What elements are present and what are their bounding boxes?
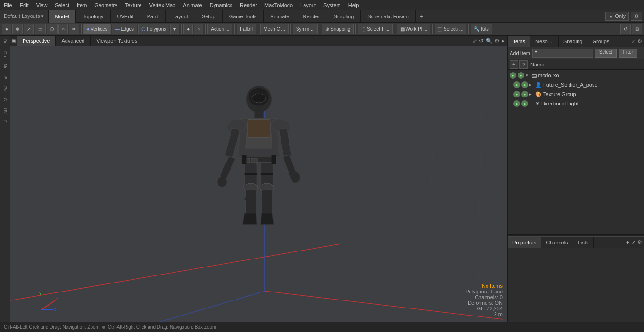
vp-tab-advanced[interactable]: Advanced — [56, 36, 91, 46]
item-eye-soldier[interactable]: ● — [513, 81, 520, 88]
kits-button[interactable]: 🔧 Kits — [471, 24, 492, 34]
add-item-dropdown[interactable]: ▾ — [532, 49, 593, 58]
action-button[interactable]: Action ... — [207, 24, 232, 34]
menu-animate[interactable]: Animate — [179, 1, 206, 9]
item-row-modo-lxo[interactable]: ● ● ▾ 🖴 modo.lxo — [508, 71, 644, 80]
tab-add-button[interactable]: + — [416, 11, 427, 22]
item-eye2-light[interactable]: ● — [521, 100, 528, 107]
props-add-icon[interactable]: + — [626, 239, 629, 246]
props-expand-icon[interactable]: ⤢ — [631, 239, 636, 245]
tool-select-rect[interactable]: ▭ — [35, 24, 46, 34]
tool-lasso[interactable]: ⬡ — [47, 24, 58, 34]
props-tab-properties[interactable]: Properties — [508, 237, 541, 248]
layout-dropdown[interactable]: Default Layouts ▾ — [0, 10, 49, 23]
item-eye2-texture[interactable]: ● — [521, 91, 528, 97]
vp-chevron-icon[interactable]: ▸ — [502, 38, 504, 44]
viewport-3d[interactable]: X Y Z No Items Polygons : Face Channels:… — [10, 46, 507, 322]
snapping-button[interactable]: ⊕ Snapping — [322, 24, 354, 34]
select-t-button[interactable]: ⬚ Select T ... — [358, 24, 392, 34]
rp-expand-icon[interactable]: ⤢ — [631, 38, 636, 44]
falloff-button[interactable]: Falloff — [237, 24, 256, 34]
items-add-icon[interactable]: + — [510, 60, 518, 69]
menu-geometry[interactable]: Geometry — [91, 1, 121, 9]
menu-vertex-map[interactable]: Vertex Map — [146, 1, 180, 9]
menu-texture[interactable]: Texture — [121, 1, 146, 9]
dot-toggle2[interactable]: ○ — [194, 24, 203, 34]
sidebar-duplicate[interactable]: Du... — [3, 50, 8, 62]
item-eye2-soldier[interactable]: ● — [521, 81, 528, 88]
settings-button[interactable]: ⚙ — [631, 12, 642, 21]
tool-dot[interactable]: ● — [2, 24, 11, 34]
mesh-dropdown[interactable]: ▾ — [170, 24, 179, 34]
dot-toggle1[interactable]: ● — [183, 24, 193, 34]
vp-search-icon[interactable]: 🔍 — [486, 38, 493, 44]
sidebar-c[interactable]: C... — [3, 97, 8, 106]
menu-edit[interactable]: Edit — [16, 1, 33, 9]
expand-icon-soldier[interactable]: ▸ — [529, 82, 534, 87]
tab-setup[interactable]: Setup — [195, 10, 223, 23]
props-tab-channels[interactable]: Channels — [541, 237, 573, 248]
menu-help[interactable]: Help — [345, 1, 363, 9]
sidebar-edge[interactable]: E... — [3, 75, 8, 84]
mesh-c-button[interactable]: Mesh C ... — [260, 24, 289, 34]
tab-game-tools[interactable]: Game Tools — [223, 10, 264, 23]
viewport-toggle[interactable]: ▣ — [10, 36, 17, 46]
rp-collapse-icon[interactable]: – — [639, 50, 642, 56]
expand-icon-light[interactable] — [529, 101, 534, 106]
vp-settings-icon[interactable]: ⚙ — [495, 38, 500, 44]
tool-circle[interactable]: ○ — [58, 24, 68, 34]
vertices-button[interactable]: ● Vertices — [83, 24, 111, 34]
polygons-button[interactable]: ⬡ Polygons — [138, 24, 169, 34]
symm-button[interactable]: Symm ... — [293, 24, 318, 34]
tab-topology[interactable]: Topology — [76, 10, 110, 23]
props-tab-lists[interactable]: Lists — [573, 237, 594, 248]
select-button[interactable]: Select — [595, 49, 617, 58]
tab-layout[interactable]: Layout — [166, 10, 195, 23]
menu-view[interactable]: View — [33, 1, 51, 9]
rp-settings-icon[interactable]: ⚙ — [637, 38, 642, 44]
item-eye2-modo-lxo[interactable]: ● — [518, 72, 524, 79]
tool-paint[interactable]: ✏ — [69, 24, 79, 34]
vp-expand-icon[interactable]: ⤢ — [472, 38, 477, 44]
items-refresh-icon[interactable]: ↺ — [519, 60, 528, 69]
edges-button[interactable]: — Edges — [112, 24, 137, 34]
item-row-soldier[interactable]: ● ● ▸ 👤 Future_Soldier_A_pose — [508, 80, 644, 89]
rp-tab-shading[interactable]: Shading — [559, 36, 587, 47]
item-eye-modo-lxo[interactable]: ● — [510, 72, 516, 79]
menu-layout[interactable]: Layout — [297, 1, 320, 9]
vp-tab-perspective[interactable]: Perspective — [17, 36, 56, 46]
sidebar-mesh[interactable]: Me... — [3, 62, 8, 74]
sidebar-polygon[interactable]: Po... — [3, 85, 8, 97]
tab-render[interactable]: Render — [296, 10, 327, 23]
vp-refresh-icon[interactable]: ↺ — [479, 38, 484, 44]
tab-uvedit[interactable]: UVEdit — [111, 10, 140, 23]
menu-file[interactable]: File — [0, 1, 16, 9]
menu-dynamics[interactable]: Dynamics — [206, 1, 236, 9]
item-row-texture-group[interactable]: ● ● ▸ 🎨 Texture Group — [508, 89, 644, 99]
layout-grid-button[interactable]: ⊞ — [632, 24, 642, 34]
sidebar-uv[interactable]: UV... — [3, 106, 8, 118]
menu-item[interactable]: Item — [73, 1, 91, 9]
tab-schematic-fusion[interactable]: Schematic Fusion — [361, 10, 415, 23]
menu-system[interactable]: System — [320, 1, 345, 9]
rp-tab-groups[interactable]: Groups — [587, 36, 614, 47]
sidebar-f[interactable]: F... — [3, 119, 8, 127]
menu-maxtomodo[interactable]: MaxToModo — [261, 1, 297, 9]
undo-button[interactable]: ↺ — [620, 24, 631, 34]
menu-render[interactable]: Render — [236, 1, 261, 9]
expand-icon-modo[interactable]: ▾ — [526, 73, 530, 78]
item-eye-texture[interactable]: ● — [513, 91, 520, 97]
tab-scripting[interactable]: Scripting — [327, 10, 361, 23]
tool-transform[interactable]: ⊕ — [12, 24, 23, 34]
tab-animate[interactable]: Animate — [264, 10, 296, 23]
tab-model[interactable]: Model — [49, 10, 76, 23]
rp-tab-items[interactable]: Items — [508, 36, 530, 47]
tab-paint[interactable]: Paint — [140, 10, 166, 23]
props-settings-icon[interactable]: ⚙ — [637, 239, 642, 245]
menu-select[interactable]: Select — [51, 1, 73, 9]
tool-select-arrow[interactable]: ↗ — [24, 24, 34, 34]
work-pl-button[interactable]: ▦ Work Pl ... — [397, 24, 431, 34]
star-only-button[interactable]: ★ Only — [605, 12, 629, 21]
item-row-dir-light[interactable]: ● ● ☀ Directional Light — [508, 99, 644, 108]
selecti-button[interactable]: ⬚ Selecti ... — [435, 24, 466, 34]
